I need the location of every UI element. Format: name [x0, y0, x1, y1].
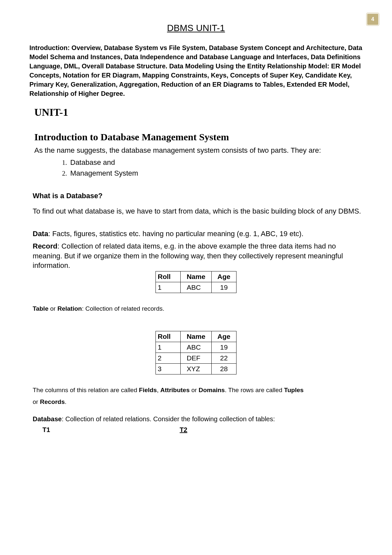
table-header: Age	[211, 331, 237, 342]
database-def-text: : Collection of related relations. Consi…	[62, 415, 275, 423]
sep: ,	[157, 387, 160, 393]
domains-label: Domains	[199, 387, 225, 393]
section-heading: Introduction to Database Management Syst…	[34, 131, 363, 143]
unit-heading: UNIT-1	[34, 106, 363, 118]
table-cell: DEF	[181, 353, 211, 364]
period: .	[65, 398, 66, 405]
syllabus-intro: Introduction: Overview, Database System …	[29, 43, 363, 98]
database-definition: Database: Collection of related relation…	[33, 414, 363, 424]
t2-label: T2	[180, 426, 187, 434]
table-header: Roll	[155, 271, 181, 282]
table-header-row: Roll Name Age	[155, 331, 237, 342]
list-text: Database and	[70, 158, 115, 166]
record-def-text: : Collection of related data items, e.g.…	[33, 242, 343, 269]
columns-text: The columns of this relation are called	[33, 387, 139, 393]
list-number: 2.	[62, 170, 67, 177]
list-text: Management System	[70, 169, 138, 177]
table-cell: 28	[211, 364, 237, 374]
list-item: 2.Management System	[62, 168, 363, 179]
table-row: 1 ABC 19	[155, 282, 237, 293]
data-definition: Data: Facts, figures, statistics etc. ha…	[33, 229, 363, 239]
records-label: Records	[40, 398, 65, 405]
table-label: Table	[33, 305, 48, 312]
columns-rows-explanation: The columns of this relation are called …	[33, 384, 363, 408]
table-header: Roll	[155, 331, 181, 342]
table-relation-definition: Table or Relation: Collection of related…	[33, 303, 363, 315]
table-cell: ABC	[181, 342, 211, 353]
page-number-badge: 4	[367, 13, 379, 26]
parts-list: 1.Database and 2.Management System	[62, 157, 363, 179]
record-example-table: Roll Name Age 1 ABC 19	[155, 271, 237, 293]
tuples-label: Tuples	[284, 387, 303, 393]
table-cell: 19	[211, 282, 237, 293]
table-cell: 19	[211, 342, 237, 353]
table-row: 2 DEF 22	[155, 353, 237, 364]
intro-sentence: As the name suggests, the database manag…	[34, 146, 363, 155]
table-cell: ABC	[181, 282, 211, 293]
list-number: 1.	[62, 159, 67, 166]
record-label: Record	[33, 242, 57, 250]
table-cell: 1	[155, 282, 181, 293]
table-row: 3 XYZ 28	[155, 364, 237, 374]
table-def-text: : Collection of related records.	[82, 305, 164, 312]
relation-example-table: Roll Name Age 1 ABC 19 2 DEF 22 3 XYZ 28	[155, 331, 237, 374]
data-def-text: : Facts, figures, statistics etc. having…	[48, 230, 303, 238]
table-labels-row: T1 T2	[42, 426, 363, 434]
record-definition: Record: Collection of related data items…	[33, 241, 363, 270]
table-cell: 22	[211, 353, 237, 364]
table-header: Name	[181, 271, 211, 282]
paragraph: To find out what database is, we have to…	[33, 207, 363, 216]
table-row: 1 ABC 19	[155, 342, 237, 353]
table-header-row: Roll Name Age	[155, 271, 237, 282]
or-text: or	[33, 398, 40, 405]
database-label: Database	[33, 415, 62, 423]
document-title: DBMS UNIT-1	[29, 23, 363, 33]
attributes-label: Attributes	[160, 387, 190, 393]
list-item: 1.Database and	[62, 157, 363, 168]
table-cell: XYZ	[181, 364, 211, 374]
table-header: Name	[181, 331, 211, 342]
table-cell: 2	[155, 353, 181, 364]
t1-label: T1	[42, 426, 180, 434]
table-cell: 1	[155, 342, 181, 353]
sub-heading: What is a Database?	[33, 192, 363, 200]
data-label: Data	[33, 230, 48, 238]
rows-text: . The rows are called	[225, 387, 284, 393]
fields-label: Fields	[139, 387, 157, 393]
table-cell: 3	[155, 364, 181, 374]
relation-label: Relation	[57, 305, 82, 312]
table-header: Age	[211, 271, 237, 282]
sep: or	[189, 387, 198, 393]
or-text: or	[48, 305, 57, 312]
